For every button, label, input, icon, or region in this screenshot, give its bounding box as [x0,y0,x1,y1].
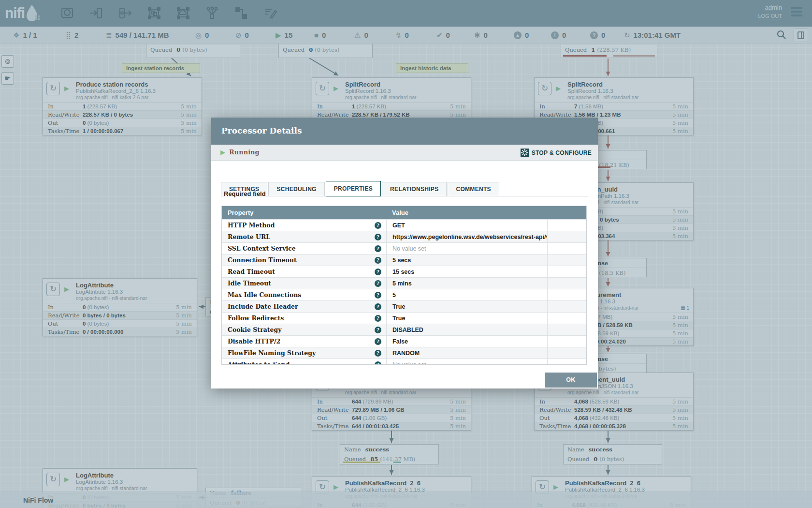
help-icon[interactable]: ? [375,350,381,357]
property-value: GET [386,220,547,231]
property-value: False [386,336,547,347]
help-icon[interactable]: ? [375,303,381,310]
help-icon[interactable]: ? [375,338,381,345]
help-icon[interactable]: ? [375,269,381,275]
nifi-app: Ingest station recordsIngest historic da… [0,0,812,508]
run-status: ▶ Running [220,149,260,156]
property-name: Include Date Header [228,303,298,310]
property-row: HTTP Method?GET [222,219,586,231]
properties-table-header: Property Value [222,206,586,219]
property-row-spacer [547,254,586,266]
property-value: True [386,301,547,312]
property-row-spacer [547,347,586,359]
property-row: Follow Redirects?True [222,312,586,324]
property-name: Attributes to Send [228,361,290,365]
property-row-spacer [547,301,586,312]
property-row: Read Timeout?15 secs [222,266,586,277]
help-icon[interactable]: ? [375,361,381,365]
property-row-spacer [547,220,586,231]
property-value: https://www.pegelonline.wsv.de/webservic… [386,231,547,242]
property-row: Max Idle Connections?5 [222,289,586,300]
tab-relationships[interactable]: RELATIONSHIPS [382,182,447,196]
help-icon[interactable]: ? [375,280,381,287]
property-name: SSL Context Service [228,245,296,252]
property-name: Disable HTTP/2 [228,338,280,345]
property-name: Read Timeout [228,268,275,275]
property-row-spacer [547,313,586,324]
property-name: Idle Timeout [228,280,271,287]
help-icon[interactable]: ? [375,234,381,240]
property-row: FlowFile Naming Strategy?RANDOM [222,347,586,359]
property-row: Disable HTTP/2?False [222,335,586,347]
help-icon[interactable]: ? [375,327,381,333]
dialog-status-strip: ▶ Running STOP & CONFIGURE [211,145,598,161]
properties-table: Property Value HTTP Method?GETRemote URL… [221,206,587,365]
property-name: FlowFile Naming Strategy [228,349,316,357]
property-row: Include Date Header?True [222,300,586,312]
property-name: HTTP Method [228,222,275,229]
stop-and-configure-label: STOP & CONFIGURE [532,149,592,156]
stop-and-configure-button[interactable]: STOP & CONFIGURE [521,149,592,157]
property-row-spacer [547,359,586,365]
help-icon[interactable]: ? [375,245,381,252]
help-icon[interactable]: ? [375,222,381,229]
property-name: Cookie Strategy [228,326,282,333]
property-row: Attributes to Send?No value set [222,359,586,365]
help-icon[interactable]: ? [375,257,381,264]
property-row: SSL Context Service?No value set [222,242,586,254]
property-value: 5 [386,289,547,300]
property-row-spacer [547,289,586,300]
property-row-spacer [547,336,586,347]
help-icon[interactable]: ? [375,315,381,322]
property-row-spacer [547,324,586,335]
run-status-label: Running [229,149,260,156]
property-row-spacer [547,243,586,254]
property-name: Follow Redirects [228,314,284,322]
property-value: No value set [386,243,547,254]
tab-scheduling[interactable]: SCHEDULING [268,182,324,196]
property-value: 15 secs [386,266,547,277]
processor-details-dialog: Processor Details ▶ Running STOP & C [211,118,598,388]
property-row: Cookie Strategy?DISABLED [222,324,586,335]
property-row: Idle Timeout?5 mins [222,277,586,289]
property-row: Connection Timeout?5 secs [222,254,586,266]
property-value: 5 secs [386,254,547,266]
tab-comments[interactable]: COMMENTS [448,182,499,196]
property-value: DISABLED [386,324,547,335]
property-value: True [386,313,547,324]
dialog-title: Processor Details [211,118,598,145]
value-column-header: Value [386,209,586,216]
property-value: 5 mins [386,278,547,289]
required-field-note: Required field [224,190,266,197]
property-name: Connection Timeout [228,256,297,264]
property-column-header: Property [222,209,386,216]
property-value: No value set [386,359,547,365]
running-icon: ▶ [220,149,225,156]
property-row-spacer [547,278,586,289]
gear-icon [521,149,529,157]
dialog-tabs: SETTINGSSCHEDULINGPROPERTIESRELATIONSHIP… [221,181,588,196]
property-name: Remote URL [228,233,270,240]
tab-properties[interactable]: PROPERTIES [326,181,381,196]
help-icon[interactable]: ? [375,292,381,299]
property-row-spacer [547,266,586,277]
property-value: RANDOM [386,347,547,359]
property-name: Max Idle Connections [228,291,301,299]
property-row-spacer [547,231,586,242]
property-row: Remote URL?https://www.pegelonline.wsv.d… [222,231,586,242]
ok-button[interactable]: OK [545,373,597,388]
